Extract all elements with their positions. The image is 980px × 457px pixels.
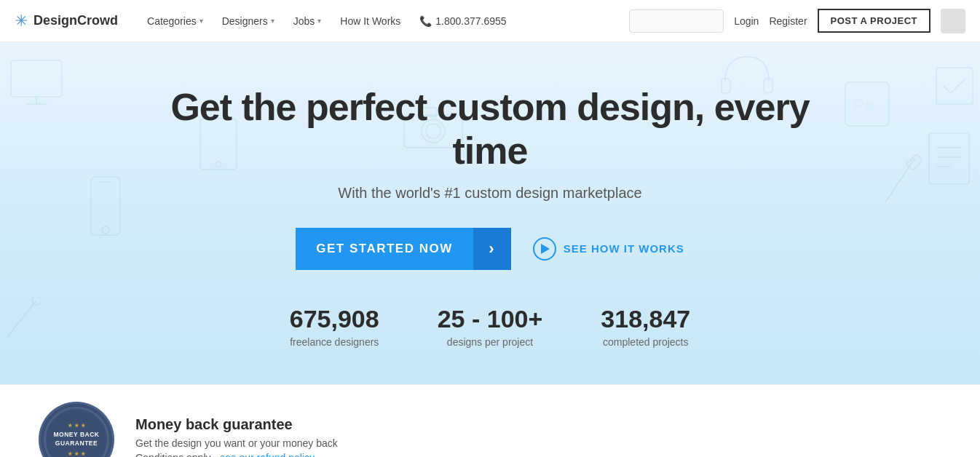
monitor-decoration	[7, 57, 66, 108]
phone-number: 📞 1.800.377.6955	[419, 15, 506, 27]
guarantee-description: Get the design you want or your money ba…	[135, 437, 338, 449]
chevron-down-icon: ▾	[271, 17, 274, 25]
badge-text: MONEY BACKGUARANTEE	[54, 431, 100, 448]
stat-label-designs: designs per project	[438, 336, 543, 348]
chevron-down-icon: ▾	[199, 17, 203, 25]
svg-line-12	[885, 159, 914, 202]
svg-rect-5	[91, 177, 120, 235]
hero-subtitle: With the world's #1 custom design market…	[162, 185, 818, 202]
svg-rect-19	[929, 133, 969, 184]
login-link[interactable]: Login	[734, 15, 759, 27]
logo[interactable]: ✳ DesignCrowd	[15, 12, 118, 31]
stat-number-projects: 318,847	[601, 305, 690, 333]
nav-designers[interactable]: Designers ▾	[215, 12, 282, 30]
navbar: ✳ DesignCrowd Categories ▾ Designers ▾ J…	[0, 0, 980, 42]
nav-links: Categories ▾ Designers ▾ Jobs ▾ How It W…	[140, 12, 629, 30]
navbar-right: Login Register POST A PROJECT	[629, 9, 965, 33]
svg-rect-8	[845, 82, 889, 126]
phone-icon: 📞	[419, 15, 432, 27]
logo-icon: ✳	[15, 12, 28, 31]
register-link[interactable]: Register	[769, 15, 807, 27]
logo-text: DesignCrowd	[33, 13, 118, 28]
stat-label-projects: completed projects	[601, 336, 690, 348]
svg-rect-18	[936, 68, 973, 104]
hero-section: Ps	[0, 42, 980, 384]
nav-jobs[interactable]: Jobs ▾	[286, 12, 329, 30]
stat-label-designers: freelance designers	[290, 336, 379, 348]
stat-designers: 675,908 freelance designers	[290, 305, 379, 348]
stat-number-designs: 25 - 100+	[438, 305, 543, 333]
hero-title: Get the perfect custom design, every tim…	[162, 86, 818, 173]
chevron-down-icon: ▾	[317, 17, 321, 25]
photoshop-decoration: Ps	[842, 79, 893, 130]
brush-decoration	[4, 297, 40, 341]
refund-policy-link[interactable]: see our refund policy	[220, 452, 315, 458]
document-decoration	[925, 130, 973, 188]
guarantee-title: Money back guarantee	[135, 416, 338, 433]
post-project-button[interactable]: POST A PROJECT	[818, 9, 930, 33]
phone-decoration	[87, 173, 124, 239]
nav-how-it-works[interactable]: How It Works	[333, 12, 408, 30]
search-input[interactable]	[629, 9, 724, 33]
nav-categories[interactable]: Categories ▾	[140, 12, 210, 30]
svg-point-6	[102, 226, 109, 234]
guarantee-content: Money back guarantee Get the design you …	[135, 416, 338, 458]
get-started-button[interactable]: GET STARTED NOW ›	[296, 228, 510, 270]
svg-point-24	[32, 297, 40, 305]
svg-line-23	[7, 301, 36, 337]
conditions-prefix: Conditions apply -	[135, 452, 220, 458]
svg-text:Ps: Ps	[853, 95, 874, 115]
see-how-button[interactable]: SEE HOW IT WORKS	[533, 237, 684, 261]
svg-rect-0	[11, 60, 62, 97]
check-decoration	[933, 64, 976, 108]
arrow-right-icon: ›	[473, 228, 511, 270]
stat-designs: 25 - 100+ designs per project	[438, 305, 543, 348]
hero-cta: GET STARTED NOW › SEE HOW IT WORKS	[162, 228, 818, 270]
svg-rect-13	[906, 154, 922, 171]
money-back-badge: MONEY BACKGUARANTEE	[44, 407, 109, 457]
get-started-label: GET STARTED NOW	[296, 242, 473, 256]
hero-content: Get the perfect custom design, every tim…	[162, 86, 818, 348]
stat-projects: 318,847 completed projects	[601, 305, 690, 348]
guarantee-section: MONEY BACKGUARANTEE Money back guarantee…	[0, 384, 980, 457]
hero-stats: 675,908 freelance designers 25 - 100+ de…	[162, 305, 818, 348]
play-triangle-icon	[541, 244, 550, 254]
avatar	[941, 9, 965, 33]
stat-number-designers: 675,908	[290, 305, 379, 333]
tool-decoration	[878, 151, 922, 210]
play-circle-icon	[533, 237, 556, 261]
see-how-label: SEE HOW IT WORKS	[564, 242, 684, 255]
guarantee-conditions: Conditions apply - see our refund policy	[135, 452, 338, 458]
